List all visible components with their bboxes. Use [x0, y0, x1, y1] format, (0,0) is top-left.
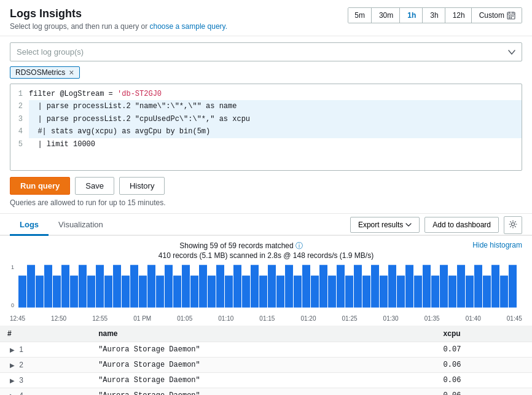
header-left: Logs Insights Select log groups, and the…	[10, 7, 227, 31]
hide-histogram-link[interactable]: Hide histogram	[472, 241, 522, 249]
page: Logs Insights Select log groups, and the…	[0, 0, 532, 395]
svg-rect-23	[113, 265, 121, 307]
row-expand-btn[interactable]: ▶	[7, 346, 17, 353]
tab-visualization[interactable]: Visualization	[49, 215, 113, 236]
svg-rect-44	[294, 276, 302, 308]
svg-rect-53	[371, 265, 379, 307]
svg-rect-64	[466, 276, 474, 308]
run-query-button[interactable]: Run query	[10, 177, 70, 195]
row-xcpu: 0.06	[436, 388, 532, 396]
svg-rect-35	[216, 265, 224, 307]
selected-groups: RDSOSMetrics ×	[10, 66, 522, 79]
histogram-stats-line1: Showing 59 of 59 records matched ⓘ	[179, 241, 303, 250]
col-header-name: name	[91, 326, 436, 342]
settings-button[interactable]	[504, 216, 522, 234]
log-group-dropdown[interactable]: Select log group(s)	[10, 42, 522, 61]
time-btn-3h[interactable]: 3h	[424, 8, 445, 23]
histogram-chart: 1 0	[10, 262, 522, 311]
log-group-placeholder: Select log group(s)	[17, 47, 84, 57]
svg-rect-41	[268, 265, 276, 307]
svg-rect-68	[500, 276, 508, 308]
row-name: "Aurora Storage Daemon"	[91, 358, 436, 373]
time-range-selector: 5m 30m 1h 3h 12h Custom	[348, 7, 522, 23]
export-results-button[interactable]: Export results	[350, 217, 420, 233]
svg-rect-32	[190, 276, 198, 308]
svg-rect-38	[242, 276, 250, 308]
time-btn-30m[interactable]: 30m	[373, 8, 400, 23]
row-xcpu: 0.06	[436, 358, 532, 373]
code-line-2: 2 | parse processList.2 "name\":\"*,\"" …	[10, 100, 522, 112]
row-xcpu: 0.07	[436, 342, 532, 358]
svg-rect-63	[457, 265, 465, 307]
svg-text:0: 0	[11, 302, 14, 308]
sample-query-link[interactable]: choose a sample query.	[150, 22, 228, 31]
row-name: "Aurora Storage Daemon"	[91, 342, 436, 358]
row-expand: ▶ 1	[0, 342, 91, 358]
time-btn-1h[interactable]: 1h	[401, 8, 423, 23]
svg-text:1: 1	[11, 264, 14, 270]
history-button[interactable]: History	[119, 177, 165, 195]
svg-rect-56	[397, 276, 405, 308]
page-title: Logs Insights	[10, 7, 227, 20]
table-row: ▶ 3 "Aurora Storage Daemon" 0.06	[0, 373, 532, 388]
svg-rect-48	[328, 276, 336, 308]
svg-rect-22	[104, 276, 112, 308]
group-tag-label: RDSOSMetrics	[15, 68, 65, 77]
svg-rect-37	[233, 265, 241, 307]
x-axis-labels: 12:45 12:50 12:55 01 PM 01:05 01:10 01:1…	[10, 314, 522, 323]
row-expand-btn[interactable]: ▶	[7, 362, 17, 369]
tab-logs[interactable]: Logs	[10, 215, 49, 236]
svg-rect-19	[79, 265, 87, 307]
table-row: ▶ 2 "Aurora Storage Daemon" 0.06	[0, 358, 532, 373]
calendar-icon	[507, 11, 515, 20]
svg-rect-14	[36, 276, 44, 308]
table-row: ▶ 1 "Aurora Storage Daemon" 0.07	[0, 342, 532, 358]
time-btn-custom[interactable]: Custom	[473, 8, 522, 23]
svg-rect-31	[182, 265, 190, 307]
group-tag: RDSOSMetrics ×	[10, 66, 80, 79]
svg-rect-69	[509, 265, 517, 307]
results-table-container: # name xcpu ▶ 1 "Aurora Storage Daemon" …	[0, 326, 532, 395]
svg-rect-59	[423, 265, 431, 307]
save-button[interactable]: Save	[75, 177, 114, 195]
svg-rect-27	[147, 265, 155, 307]
subtitle: Select log groups, and then run a query …	[10, 22, 227, 31]
svg-rect-43	[285, 265, 293, 307]
svg-rect-61	[440, 265, 448, 307]
svg-rect-25	[130, 265, 138, 307]
code-lines: 1 filter @LogStream = 'db-ST2GJ0 2 | par…	[10, 84, 522, 170]
svg-rect-21	[96, 265, 104, 307]
code-line-3: 3 | parse processList.2 "cpuUsedPc\":\"*…	[10, 113, 522, 125]
svg-rect-42	[276, 276, 284, 308]
svg-rect-6	[512, 15, 514, 17]
row-expand-btn[interactable]: ▶	[7, 377, 17, 384]
results-tabs: Logs Visualization Export results Add to…	[0, 215, 532, 236]
col-header-num: #	[0, 326, 91, 342]
histogram-stats-line2: 410 records (5.1 MB) scanned in 2.8s @ 1…	[158, 251, 374, 260]
svg-rect-50	[345, 276, 353, 308]
svg-rect-15	[44, 265, 52, 307]
time-btn-5m[interactable]: 5m	[348, 8, 372, 23]
svg-rect-17	[61, 265, 69, 307]
code-editor[interactable]: 1 filter @LogStream = 'db-ST2GJ0 2 | par…	[10, 84, 522, 171]
row-expand: ▶ 2	[0, 358, 91, 373]
add-to-dashboard-button[interactable]: Add to dashboard	[424, 217, 499, 233]
svg-rect-66	[483, 276, 491, 308]
svg-rect-55	[388, 265, 396, 307]
svg-rect-62	[448, 276, 456, 308]
results-table: # name xcpu ▶ 1 "Aurora Storage Daemon" …	[0, 326, 532, 395]
group-tag-close[interactable]: ×	[69, 68, 74, 77]
svg-rect-8	[510, 17, 512, 18]
svg-rect-67	[491, 265, 499, 307]
svg-rect-33	[199, 265, 207, 307]
query-actions: Run query Save History	[10, 177, 522, 195]
time-btn-12h[interactable]: 12h	[447, 8, 472, 23]
code-line-5: 5 | limit 10000	[10, 138, 522, 151]
svg-rect-30	[173, 276, 181, 308]
svg-rect-60	[431, 276, 439, 308]
row-expand: ▶ 4	[0, 388, 91, 396]
row-xcpu: 0.06	[436, 373, 532, 388]
svg-rect-57	[405, 265, 413, 307]
histogram-stats: Hide histogram Showing 59 of 59 records …	[10, 241, 522, 260]
row-expand-btn[interactable]: ▶	[7, 393, 17, 395]
